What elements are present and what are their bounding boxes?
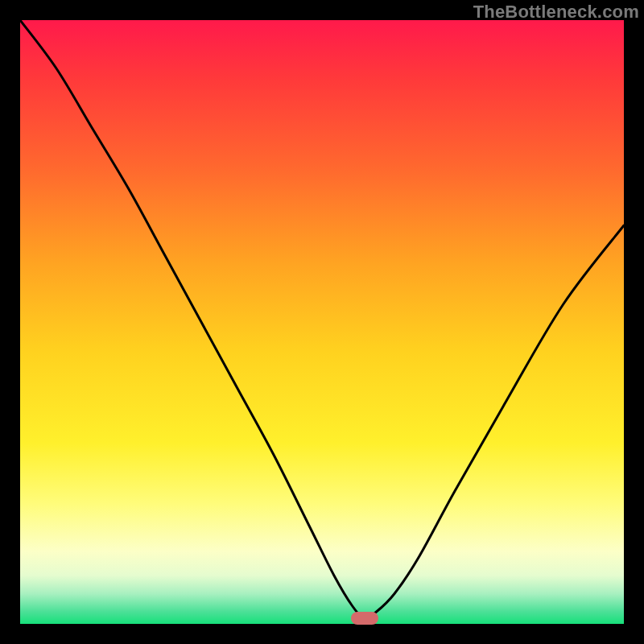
optimal-marker (351, 612, 378, 625)
chart-stage: TheBottleneck.com (0, 0, 644, 644)
watermark-text: TheBottleneck.com (473, 2, 639, 23)
plot-area (20, 20, 624, 624)
bottleneck-curve (20, 20, 624, 618)
curve-svg (20, 20, 624, 624)
